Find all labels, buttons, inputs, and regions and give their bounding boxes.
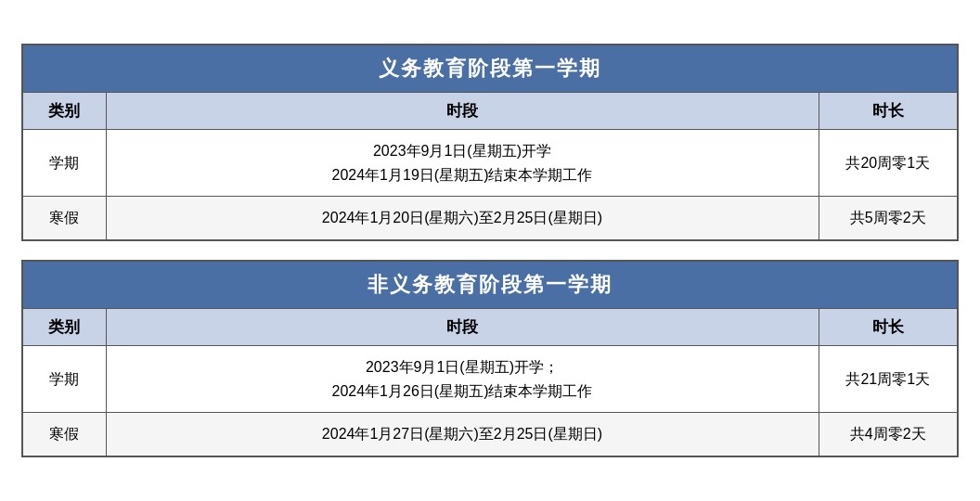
table1-row1-period: 2023年9月1日(星期五)开学 2024年1月19日(星期五)结束本学期工作 [106,130,819,197]
table2-row1-duration: 共21周零1天 [819,346,958,413]
table2-title: 非义务教育阶段第一学期 [22,261,958,309]
table1-row1-period-line2: 2024年1月19日(星期五)结束本学期工作 [332,167,593,183]
table2-row2-period: 2024年1月27日(星期六)至2月25日(星期日) [106,413,819,456]
table1-title-row: 义务教育阶段第一学期 [22,45,958,93]
table2-row1-category: 学期 [22,346,106,413]
table-compulsory: 义务教育阶段第一学期 类别 时段 时长 学期 2023年9月1日(星期五)开学 … [21,44,959,241]
table2-row1-period-line2: 2024年1月26日(星期五)结束本学期工作 [332,383,593,399]
table1-title: 义务教育阶段第一学期 [22,45,958,93]
tables-container: 义务教育阶段第一学期 类别 时段 时长 学期 2023年9月1日(星期五)开学 … [21,44,959,457]
table2-header-duration: 时长 [819,309,958,346]
table1-row2-category: 寒假 [22,197,106,240]
table1-row2-duration: 共5周零2天 [819,197,958,240]
table2-header-row: 类别 时段 时长 [22,309,958,346]
table1-row1-duration: 共20周零1天 [819,130,958,197]
table1-header-category: 类别 [22,93,106,130]
table2-row2-duration: 共4周零2天 [819,413,958,456]
table1-header-period: 时段 [106,93,819,130]
table1-row-2: 寒假 2024年1月20日(星期六)至2月25日(星期日) 共5周零2天 [22,197,958,240]
table2-row1-period-line1: 2023年9月1日(星期五)开学； [366,359,559,375]
table2-title-row: 非义务教育阶段第一学期 [22,261,958,309]
table2-header-category: 类别 [22,309,106,346]
table2-header-period: 时段 [106,309,819,346]
table2-row1-period: 2023年9月1日(星期五)开学； 2024年1月26日(星期五)结束本学期工作 [106,346,819,413]
table1-row-1: 学期 2023年9月1日(星期五)开学 2024年1月19日(星期五)结束本学期… [22,130,958,197]
table1-row1-category: 学期 [22,130,106,197]
table2-row-2: 寒假 2024年1月27日(星期六)至2月25日(星期日) 共4周零2天 [22,413,958,456]
table1-row2-period: 2024年1月20日(星期六)至2月25日(星期日) [106,197,819,240]
table1-header-row: 类别 时段 时长 [22,93,958,130]
table2-row-1: 学期 2023年9月1日(星期五)开学； 2024年1月26日(星期五)结束本学… [22,346,958,413]
table1-header-duration: 时长 [819,93,958,130]
table-non-compulsory: 非义务教育阶段第一学期 类别 时段 时长 学期 2023年9月1日(星期五)开学… [21,260,959,457]
table1-row1-period-line1: 2023年9月1日(星期五)开学 [373,143,551,159]
table2-row2-category: 寒假 [22,413,106,456]
